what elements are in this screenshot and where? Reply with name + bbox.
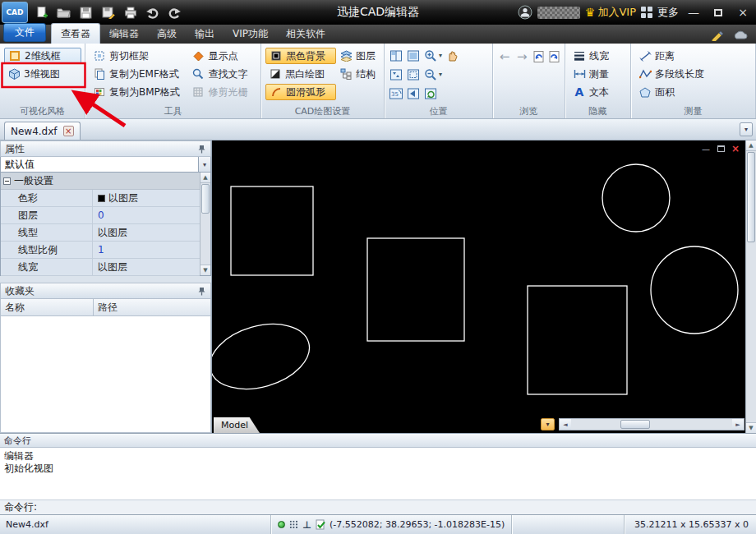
user-account-icon[interactable] — [518, 5, 532, 20]
file-menu-button[interactable]: 文件 — [3, 23, 46, 42]
show-points-button[interactable]: 显示点 — [188, 48, 257, 64]
vertical-scrollbar[interactable]: ▲ ▼ — [745, 140, 756, 433]
h-scroll-thumb[interactable] — [620, 420, 650, 429]
open-file-button[interactable] — [53, 2, 75, 23]
horizontal-scrollbar[interactable]: ◄ ► — [559, 418, 744, 430]
pen-icon[interactable] — [711, 30, 725, 41]
cad-shape-rect[interactable] — [528, 286, 627, 394]
rotate-view-icon[interactable]: 35 — [389, 86, 403, 101]
command-panel-header[interactable]: 命令行 — [0, 434, 756, 448]
scroll-up-icon[interactable]: ▲ — [746, 140, 756, 151]
measure-polyline-length-button[interactable]: 多段线长度 — [635, 66, 752, 82]
zoom-in-dropdown[interactable]: ▾ — [439, 52, 442, 59]
back-arrow-icon[interactable]: ← — [497, 49, 512, 64]
smooth-arc-toggle[interactable]: 圆滑弧形 — [265, 84, 336, 100]
copy-bmp-button[interactable]: 复制为BMP格式 — [90, 84, 188, 100]
hide-line-width-toggle[interactable]: 线宽 — [569, 48, 627, 64]
property-row-lineweight[interactable]: 线宽 以图层 — [1, 259, 200, 276]
property-row-linetype[interactable]: 线型 以图层 — [1, 224, 200, 242]
layers-button[interactable]: 图层 — [336, 48, 380, 64]
pin-icon[interactable] — [197, 145, 206, 154]
bw-drawing-toggle[interactable]: 黑白绘图 — [265, 66, 336, 82]
find-text-button[interactable]: 查找文字 — [188, 66, 257, 82]
favorites-list[interactable] — [0, 316, 211, 433]
page-back-icon[interactable] — [532, 49, 545, 64]
save-as-button[interactable] — [97, 2, 119, 23]
preset-dropdown-arrow[interactable]: ▾ — [198, 157, 210, 172]
property-row-linetype-scale[interactable]: 线型比例 1 — [1, 242, 200, 259]
tab-related-software[interactable]: 相关软件 — [277, 24, 334, 44]
pin-icon[interactable] — [197, 287, 206, 296]
cad-drawing[interactable] — [212, 140, 745, 417]
scroll-left-icon[interactable]: ◄ — [560, 419, 571, 430]
command-input[interactable]: 命令行: — [0, 499, 756, 514]
property-grid-scrollbar[interactable]: ▲ ▼ — [200, 173, 210, 275]
column-header-path[interactable]: 路径 — [93, 299, 211, 316]
measure-area-button[interactable]: 面积 — [635, 84, 752, 100]
v-scroll-thumb[interactable] — [747, 152, 755, 242]
column-header-name[interactable]: 名称 — [0, 299, 93, 316]
collapse-icon[interactable] — [3, 177, 11, 185]
minimize-button[interactable]: — — [684, 3, 703, 21]
mdi-minimize-button[interactable]: — — [700, 144, 712, 154]
cad-shape-circle[interactable] — [602, 164, 670, 232]
forward-arrow-icon[interactable]: → — [514, 49, 529, 64]
viewport-previous-icon[interactable] — [406, 86, 421, 101]
tab-list-dropdown[interactable]: ▾ — [740, 122, 753, 136]
mdi-close-button[interactable]: × — [730, 144, 741, 154]
cad-shape-ellipse[interactable] — [212, 313, 317, 399]
theme-icon[interactable] — [733, 30, 748, 40]
document-tab[interactable]: New4.dxf × — [4, 122, 81, 140]
viewport-full-icon[interactable] — [406, 48, 421, 63]
tab-editor[interactable]: 编辑器 — [100, 24, 148, 44]
snap-grid-icon[interactable] — [289, 520, 298, 529]
apps-grid-icon[interactable] — [641, 7, 652, 18]
scroll-up-icon[interactable]: ▲ — [201, 173, 210, 183]
undo-button[interactable] — [141, 2, 164, 23]
more-button[interactable]: 更多 — [657, 5, 679, 20]
viewport-split-icon[interactable] — [389, 48, 403, 63]
tab-viewer[interactable]: 查看器 — [51, 23, 100, 44]
print-button[interactable] — [119, 2, 141, 23]
cad-shape-rect[interactable] — [367, 238, 464, 341]
tab-advanced[interactable]: 高级 — [148, 24, 186, 44]
document-tab-close-icon[interactable]: × — [63, 126, 74, 136]
scroll-down-icon[interactable]: ▼ — [201, 265, 210, 275]
trim-raster-button[interactable]: 修剪光栅 — [188, 84, 257, 100]
measure-distance-button[interactable]: 距离 — [635, 48, 752, 64]
property-row-color[interactable]: 色彩 以图层 — [1, 190, 200, 207]
scroll-right-icon[interactable]: ► — [732, 419, 744, 430]
redo-button[interactable] — [164, 2, 186, 23]
clip-frame-button[interactable]: 剪切框架 — [90, 48, 188, 64]
hide-measure-toggle[interactable]: 测量 — [569, 66, 627, 82]
zoom-out-dropdown[interactable]: ▾ — [439, 71, 442, 78]
copy-emf-button[interactable]: 复制为EMF格式 — [90, 66, 188, 82]
scroll-down-icon[interactable]: ▼ — [746, 422, 756, 433]
mdi-restore-button[interactable] — [715, 144, 726, 154]
scroll-thumb[interactable] — [201, 184, 210, 214]
tab-output[interactable]: 输出 — [186, 24, 224, 44]
maximize-button[interactable] — [708, 3, 728, 21]
model-tab[interactable]: Model — [214, 417, 260, 433]
save-button[interactable] — [75, 2, 97, 23]
layout-menu-button[interactable]: ▾ — [541, 418, 555, 430]
view-3d-button[interactable]: 3维视图 — [4, 66, 81, 82]
pan-hand-icon[interactable] — [445, 48, 459, 63]
cad-shape-rect[interactable] — [231, 186, 313, 275]
property-group-row[interactable]: 一般设置 — [1, 173, 200, 190]
ortho-icon[interactable]: ⊥ — [302, 519, 311, 531]
viewport-window-icon[interactable] — [406, 67, 421, 82]
tab-vip-features[interactable]: VIP功能 — [224, 24, 277, 44]
drawing-canvas[interactable]: — × Model ▾ ◄ ► ▲ ▼ — [212, 140, 756, 433]
new-file-button[interactable] — [30, 2, 53, 23]
structure-button[interactable]: 结构 — [336, 66, 380, 82]
hide-text-toggle[interactable]: A 文本 — [569, 84, 627, 100]
wireframe-2d-button[interactable]: 2维线框 — [4, 48, 81, 64]
black-background-toggle[interactable]: 黑色背景 — [265, 48, 336, 64]
join-vip-button[interactable]: ♛加入VIP — [585, 5, 636, 20]
viewport-refresh-icon[interactable] — [423, 86, 438, 101]
viewport-extents-icon[interactable] — [389, 67, 403, 82]
close-button[interactable]: × — [733, 3, 753, 21]
cad-shape-circle[interactable] — [651, 246, 738, 334]
page-forward-icon[interactable] — [548, 49, 561, 64]
